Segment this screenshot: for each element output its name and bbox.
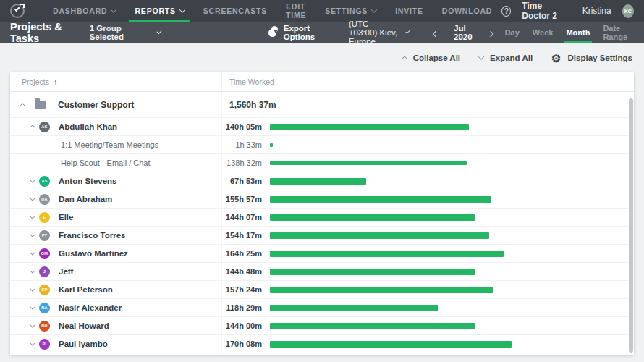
logo-arrow-icon xyxy=(21,3,25,7)
table-row[interactable]: AKAbdullah Khan140h 05m xyxy=(10,118,634,136)
row-time-cell: 154h 17m xyxy=(222,227,634,244)
time-worked-value: 138h 32m xyxy=(222,159,262,167)
table-row[interactable]: Help Scout - Email / Chat138h 32m xyxy=(10,154,634,172)
table-row[interactable]: KPKarl Peterson157h 24m xyxy=(10,281,634,299)
nav-item-download[interactable]: DOWNLOAD xyxy=(433,0,501,22)
row-time-cell: 157h 24m xyxy=(222,281,634,298)
timezone-label: (UTC +03:00) Kiev, Europe xyxy=(349,20,398,46)
nav-item-label: SCREENCASTS xyxy=(203,7,267,15)
chevron-down-icon xyxy=(371,7,377,12)
avatar: AK xyxy=(39,122,50,132)
next-period-button[interactable] xyxy=(483,22,499,43)
row-label-cell: JJeff xyxy=(10,263,222,280)
vertical-scrollbar[interactable] xyxy=(629,98,633,353)
row-name: Gustavo Martinez xyxy=(59,249,128,258)
table-row[interactable]: NHNeal Howard144h 00m xyxy=(10,317,634,335)
nav-item-screencasts[interactable]: SCREENCASTS xyxy=(194,0,276,22)
table-row[interactable]: DADan Abraham155h 57m xyxy=(10,190,634,209)
previous-period-button[interactable] xyxy=(428,22,444,43)
row-name: Paul Iyambo xyxy=(59,340,108,348)
avatar: NA xyxy=(39,303,50,313)
time-bar-track xyxy=(270,124,619,130)
tab-week[interactable]: Week xyxy=(526,22,560,43)
time-bar xyxy=(270,161,467,165)
table-header: Projects ↑ Time Worked xyxy=(10,72,634,92)
table-row[interactable]: FTFrancisco Torres154h 17m xyxy=(10,227,634,245)
page-title: Projects & Tasks xyxy=(10,21,69,44)
row-time-cell: 164h 25m xyxy=(222,245,634,262)
time-doctor-logo-icon[interactable] xyxy=(10,4,25,18)
chevron-up-icon xyxy=(401,56,407,62)
table-row[interactable]: 1:1 Meeting/Team Meetings1h 33m xyxy=(10,136,634,154)
time-worked-column-label: Time Worked xyxy=(229,77,274,86)
nav-item-label: DOWNLOAD xyxy=(442,7,492,15)
nav-item-edit-time[interactable]: EDIT TIME xyxy=(276,0,315,22)
chevron-down-icon[interactable] xyxy=(30,249,35,255)
row-label-cell: DADan Abraham xyxy=(10,190,222,208)
expand-all-button[interactable]: Expand All xyxy=(479,54,533,62)
row-time-cell: 170h 08m xyxy=(222,335,634,353)
nav-item-invite[interactable]: INVITE xyxy=(386,0,433,22)
group-selector[interactable]: 1 Group Selected xyxy=(90,24,161,41)
period-label: Jul 2020 xyxy=(454,24,473,41)
chevron-down-icon[interactable] xyxy=(30,267,35,273)
chevron-down-icon xyxy=(405,29,410,34)
chevron-up-icon[interactable] xyxy=(20,103,25,109)
account-name[interactable]: Time Doctor 2 xyxy=(522,1,571,21)
nav-item-label: DASHBOARD xyxy=(53,7,107,15)
avatar: KP xyxy=(39,285,50,295)
chevron-down-icon[interactable] xyxy=(30,231,35,237)
row-name: Neal Howard xyxy=(59,321,109,330)
expand-all-label: Expand All xyxy=(490,54,533,62)
chevron-down-icon[interactable] xyxy=(30,213,35,219)
chevron-down-icon[interactable] xyxy=(30,195,35,201)
tab-date-range[interactable]: Date Range xyxy=(596,22,634,43)
column-header-time-worked[interactable]: Time Worked xyxy=(222,72,634,91)
row-name: Karl Peterson xyxy=(59,285,113,294)
chevron-down-icon[interactable] xyxy=(30,340,35,345)
avatar: GM xyxy=(39,248,50,259)
column-header-projects[interactable]: Projects ↑ xyxy=(10,72,222,91)
display-settings-button[interactable]: ⚙ Display Settings xyxy=(551,53,632,64)
chevron-down-icon[interactable] xyxy=(30,177,35,182)
table-row[interactable]: GMGustavo Martinez164h 25m xyxy=(10,245,634,263)
table-row[interactable]: Customer Support1,560h 37m xyxy=(10,92,634,118)
table-row[interactable]: EElle144h 07m xyxy=(10,209,634,227)
help-icon[interactable]: ? xyxy=(501,6,511,17)
row-time-cell: 144h 48m xyxy=(222,263,634,280)
table-row[interactable]: NANasir Alexander118h 29m xyxy=(10,299,634,317)
row-label-cell: PIPaul Iyambo xyxy=(10,335,222,353)
time-bar xyxy=(270,143,273,147)
time-worked-value: 144h 48m xyxy=(222,267,262,276)
timezone-selector[interactable]: (UTC +03:00) Kiev, Europe xyxy=(349,20,409,46)
table-row[interactable]: ASAnton Stevens67h 53m xyxy=(10,172,634,190)
row-name: Dan Abraham xyxy=(59,195,112,203)
report-subheader: Projects & Tasks 1 Group Selected Export… xyxy=(0,22,644,43)
table-row[interactable]: PIPaul Iyambo170h 08m xyxy=(10,335,634,353)
chevron-down-icon[interactable] xyxy=(30,321,35,327)
tab-day[interactable]: Day xyxy=(499,22,526,43)
chevron-down-icon[interactable] xyxy=(30,285,35,291)
table-row[interactable]: JJeff144h 48m xyxy=(10,263,634,281)
row-name: Anton Stevens xyxy=(59,177,117,185)
nav-item-reports[interactable]: REPORTS xyxy=(125,0,193,22)
chevron-down-icon xyxy=(179,7,185,12)
tab-month[interactable]: Month xyxy=(559,22,596,43)
time-bar-track xyxy=(270,251,619,257)
export-options-button[interactable]: Export Options xyxy=(268,24,319,41)
user-name[interactable]: Kristina xyxy=(582,6,611,16)
nav-item-dashboard[interactable]: DASHBOARD xyxy=(43,0,125,22)
time-bar-track xyxy=(270,341,619,348)
row-label-cell: FTFrancisco Torres xyxy=(10,227,222,244)
time-worked-value: 67h 53m xyxy=(222,177,262,185)
chevron-down-icon[interactable] xyxy=(30,303,35,309)
time-worked-value: 1,560h 37m xyxy=(222,100,276,110)
time-worked-value: 155h 57m xyxy=(222,195,262,203)
nav-item-settings[interactable]: SETTINGS xyxy=(315,0,386,22)
chevron-up-icon[interactable] xyxy=(30,125,35,130)
folder-icon xyxy=(35,101,46,109)
collapse-all-button[interactable]: Collapse All xyxy=(402,54,460,62)
top-navigation: DASHBOARDREPORTSSCREENCASTSEDIT TIMESETT… xyxy=(0,0,644,22)
user-avatar[interactable]: KC xyxy=(622,4,634,18)
avatar: J xyxy=(39,266,50,277)
